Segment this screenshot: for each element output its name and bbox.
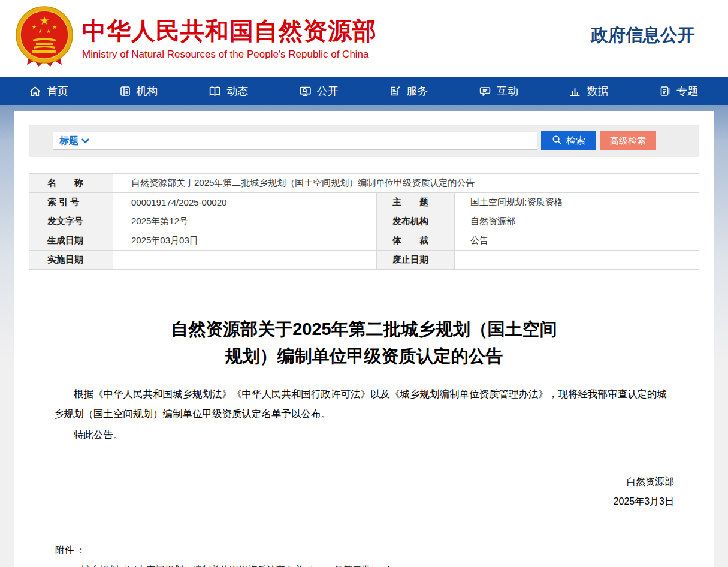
chevron-down-icon [81,135,89,146]
nav-item-topics[interactable]: 专题 [659,84,698,98]
meta-label-effective: 实施日期 [29,251,113,270]
signature-block: 自然资源部 2025年3月3日 [54,472,674,511]
meta-label-created: 生成日期 [29,231,113,251]
table-row: 发文字号 2025年第12号 发布机构 自然资源部 [29,212,699,231]
site-title: 中华人民共和国自然资源部 [82,16,377,45]
search-icon [552,135,562,147]
article-title-line2: 规划）编制单位甲级资质认定的公告 [54,343,674,370]
nav-label: 互动 [497,84,518,98]
table-row: 索 引 号 000019174/2025-00020 主 题 国土空间规划;资质… [29,193,699,212]
site-header: ★ ★ ★ ★ ★ 中华人民共和国自然资源部 Ministry of Natur… [0,0,728,77]
nav-label: 数据 [587,84,608,98]
organization-icon [119,85,131,97]
meta-label-docnumber: 发文字号 [29,212,113,231]
meta-value-name: 自然资源部关于2025年第二批城乡规划（国土空间规划）编制单位甲级资质认定的公告 [113,174,699,193]
article-paragraph: 根据《中华人民共和国城乡规划法》《中华人民共和国行政许可法》以及《城乡规划编制单… [54,384,674,424]
nav-label: 公开 [317,84,339,98]
meta-value-docnumber: 2025年第12号 [113,212,377,231]
svg-text:★: ★ [52,24,57,30]
svg-text:★: ★ [46,28,51,34]
svg-text:★: ★ [39,14,49,27]
nav-label: 动态 [226,84,248,98]
search-button-label: 检索 [566,135,585,147]
page-background: 标题 检索 高级检索 [0,105,728,567]
meta-label-repeal: 废止日期 [377,251,455,270]
meta-label-issuer: 发布机构 [377,212,455,231]
nav-item-organization[interactable]: 机构 [119,84,158,98]
meta-label-index: 索 引 号 [29,193,113,212]
meta-value-issuer: 自然资源部 [455,212,699,231]
article-title-line1: 自然资源部关于2025年第二批城乡规划（国土空间 [54,316,674,343]
service-edit-icon [389,85,401,97]
meta-value-repeal [455,251,699,270]
attachment-link-1[interactable]: 1. 城乡规划（国土空间规划）编制单位甲级资质认定名单（2025年第二批）.xl… [71,565,674,567]
search-field-label: 标题 [59,135,78,147]
meta-value-genre: 公告 [455,231,699,251]
nav-label: 机构 [137,84,158,98]
nav-label: 服务 [406,84,428,98]
table-row: 实施日期 废止日期 [29,251,699,270]
document-meta-table: 名 称 自然资源部关于2025年第二批城乡规划（国土空间规划）编制单位甲级资质认… [29,173,699,270]
bar-chart-icon [569,85,581,98]
nav-item-disclosure[interactable]: 公开 [299,84,339,98]
content-container: 标题 检索 高级检索 [14,111,714,567]
header-logo-link[interactable]: ★ ★ ★ ★ ★ 中华人民共和国自然资源部 Ministry of Natur… [14,4,377,73]
nav-item-service[interactable]: 服务 [389,84,428,98]
meta-value-subject: 国土空间规划;资质资格 [455,193,699,212]
nav-label: 首页 [47,84,68,98]
national-emblem-icon: ★ ★ ★ ★ ★ [14,4,74,73]
home-icon [29,85,41,98]
nav-item-interact[interactable]: 互动 [479,84,518,98]
search-field-dropdown[interactable]: 标题 [59,135,89,147]
article-title: 自然资源部关于2025年第二批城乡规划（国土空间 规划）编制单位甲级资质认定的公… [54,316,674,370]
signature-org: 自然资源部 [54,472,674,491]
search-input[interactable]: 标题 [53,132,537,150]
attachments-section: 附件 ： 1. 城乡规划（国土空间规划）编制单位甲级资质认定名单（2025年第二… [54,544,674,567]
search-text-input[interactable] [94,133,537,149]
search-button[interactable]: 检索 [541,131,596,150]
site-subtitle: Ministry of Natural Resources of the Peo… [82,49,377,61]
disclosure-screen-icon [299,85,312,98]
svg-text:★: ★ [38,28,43,34]
svg-text:★: ★ [32,24,37,30]
meta-label-genre: 体 裁 [377,231,455,251]
meta-value-effective [113,251,377,270]
meta-label-subject: 主 题 [377,193,455,212]
table-row: 名 称 自然资源部关于2025年第二批城乡规划（国土空间规划）编制单位甲级资质认… [29,174,699,193]
signature-date: 2025年3月3日 [54,491,674,511]
news-book-icon [209,85,221,98]
page-title: 政府信息公开 [591,23,695,47]
attachments-label: 附件 ： [55,544,674,557]
advanced-search-label: 高级检索 [610,135,646,147]
nav-item-home[interactable]: 首页 [29,84,68,98]
nav-label: 专题 [676,84,698,98]
nav-item-news[interactable]: 动态 [209,84,248,98]
article-closing-line: 特此公告。 [54,425,674,445]
meta-value-index: 000019174/2025-00020 [113,193,377,212]
article-body: 自然资源部关于2025年第二批城乡规划（国土空间 规划）编制单位甲级资质认定的公… [29,316,699,567]
advanced-search-button[interactable]: 高级检索 [600,131,656,150]
chat-bubbles-icon [479,85,491,98]
topics-journal-icon [659,85,671,97]
nav-item-data[interactable]: 数据 [569,84,608,98]
table-row: 生成日期 2025年03月03日 体 裁 公告 [29,231,699,251]
main-nav: 首页 机构 动态 公开 [0,77,728,105]
meta-label-name: 名 称 [29,174,113,193]
meta-value-created: 2025年03月03日 [113,231,377,251]
search-strip: 标题 检索 高级检索 [29,125,699,157]
